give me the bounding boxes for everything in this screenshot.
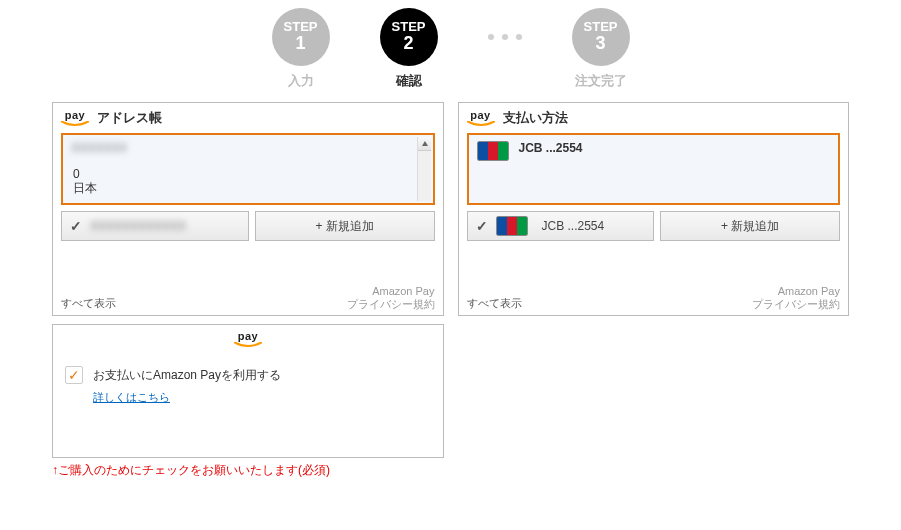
step-word: STEP (284, 20, 318, 33)
selected-payment[interactable]: JCB ...2554 (467, 133, 841, 205)
payment-widget: pay 支払い方法 JCB ...2554 ✓ JCB ...2554 + 新規… (458, 102, 850, 316)
step-1: STEP1 入力 (272, 8, 330, 90)
address-widget: pay アドレス帳 XXXXXXX 0 日本 ✓ XXXXXXXXXXXX + … (52, 102, 444, 316)
selected-address-button[interactable]: ✓ XXXXXXXXXXXX (61, 211, 249, 241)
payment-title: 支払い方法 (503, 109, 568, 127)
address-title: アドレス帳 (97, 109, 162, 127)
selected-address[interactable]: XXXXXXX 0 日本 (61, 133, 435, 205)
check-icon: ✓ (68, 367, 80, 383)
amazon-pay-logo-icon: pay (61, 110, 89, 127)
check-icon: ✓ (476, 218, 488, 234)
step-word: STEP (392, 20, 426, 33)
address-short: XXXXXXXXXXXX (90, 219, 186, 233)
step-indicator: STEP1 入力 STEP2 確認 STEP3 注文完了 (0, 0, 901, 102)
card-label: JCB ...2554 (542, 219, 605, 233)
jcb-card-icon (477, 141, 509, 161)
show-all-payments-link[interactable]: すべて表示 (467, 296, 522, 311)
address-country: 日本 (73, 180, 97, 197)
warning-text: ↑ご購入のためにチェックをお願いいたします(必須) (52, 462, 901, 479)
step-word: STEP (584, 20, 618, 33)
details-link[interactable]: 詳しくはこちら (93, 390, 170, 405)
amazon-pay-label: Amazon Pay (778, 285, 840, 297)
step-number: 2 (403, 33, 413, 55)
address-name: XXXXXXX (71, 141, 425, 155)
consent-text: お支払いにAmazon Payを利用する (93, 367, 281, 384)
step-label: 確認 (396, 72, 422, 90)
add-address-button[interactable]: + 新規追加 (255, 211, 435, 241)
step-label: 注文完了 (575, 72, 627, 90)
jcb-card-icon (496, 216, 528, 236)
step-number: 3 (595, 33, 605, 55)
consent-widget: pay ✓ お支払いにAmazon Payを利用する 詳しくはこちら (52, 324, 444, 458)
step-dots (488, 8, 522, 66)
step-label: 入力 (288, 72, 314, 90)
selected-payment-button[interactable]: ✓ JCB ...2554 (467, 211, 655, 241)
amazon-pay-logo-icon: pay (467, 110, 495, 127)
privacy-link[interactable]: プライバシー規約 (752, 298, 840, 310)
address-line: 0 (73, 167, 80, 181)
step-2: STEP2 確認 (380, 8, 438, 90)
consent-checkbox[interactable]: ✓ (65, 366, 83, 384)
show-all-addresses-link[interactable]: すべて表示 (61, 296, 116, 311)
privacy-link[interactable]: プライバシー規約 (347, 298, 435, 310)
amazon-pay-logo-icon: pay (61, 331, 435, 348)
step-number: 1 (295, 33, 305, 55)
check-icon: ✓ (70, 218, 82, 234)
step-3: STEP3 注文完了 (572, 8, 630, 90)
amazon-pay-label: Amazon Pay (372, 285, 434, 297)
add-payment-button[interactable]: + 新規追加 (660, 211, 840, 241)
scrollbar[interactable] (417, 137, 431, 201)
card-label: JCB ...2554 (519, 141, 583, 155)
